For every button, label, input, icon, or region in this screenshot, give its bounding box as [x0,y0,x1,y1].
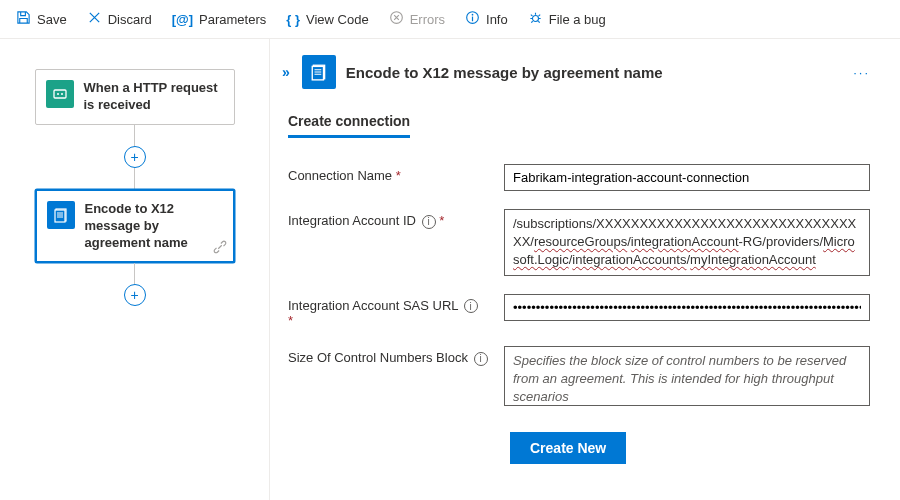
info-icon[interactable]: i [474,352,488,366]
create-connection-form: Connection Name * Integration Account ID… [288,164,870,464]
details-panel: » Encode to X12 message by agreement nam… [270,39,900,500]
svg-point-2 [472,14,474,16]
connection-name-input[interactable] [504,164,870,191]
svg-rect-8 [312,66,323,80]
info-label: Info [486,12,508,27]
parameters-button[interactable]: [@] Parameters [164,8,275,31]
connector [134,263,135,285]
save-icon [16,10,31,28]
toolbar: Save Discard [@] Parameters { } View Cod… [0,0,900,39]
svg-point-3 [532,15,538,21]
info-icon [465,10,480,28]
add-step-button[interactable]: + [124,284,146,306]
more-menu-button[interactable]: ··· [853,65,870,80]
errors-label: Errors [410,12,445,27]
braces-icon: { } [286,12,300,27]
view-code-label: View Code [306,12,369,27]
action-node-encode-x12[interactable]: Encode to X12 message by agreement name [35,189,235,264]
info-button[interactable]: Info [457,6,516,32]
file-bug-button[interactable]: File a bug [520,6,614,32]
label-connection-name: Connection Name * [288,164,488,183]
account-id-input[interactable]: /subscriptions/XXXXXXXXXXXXXXXXXXXXXXXXX… [504,209,870,276]
save-label: Save [37,12,67,27]
view-code-button[interactable]: { } View Code [278,8,376,31]
section-title: Create connection [288,113,410,138]
save-button[interactable]: Save [8,6,75,32]
row-block-size: Size Of Control Numbers Block i [288,346,870,406]
close-icon [87,10,102,28]
create-new-button[interactable]: Create New [510,432,626,464]
row-sas-url: Integration Account SAS URL i* [288,294,870,329]
errors-button: Errors [381,6,453,32]
error-icon [389,10,404,28]
bug-icon [528,10,543,28]
panel-header: » Encode to X12 message by agreement nam… [282,55,870,89]
info-icon[interactable]: i [422,215,436,229]
label-block-size: Size Of Control Numbers Block i [288,346,488,366]
x12-icon [47,201,75,229]
designer-canvas: When a HTTP request is received + Encode… [0,39,270,500]
trigger-node-title: When a HTTP request is received [84,80,224,114]
panel-title: Encode to X12 message by agreement name [346,64,843,81]
discard-button[interactable]: Discard [79,6,160,32]
content: When a HTTP request is received + Encode… [0,39,900,500]
parameters-icon: [@] [172,12,193,27]
add-step-button[interactable]: + [124,146,146,168]
block-size-input[interactable] [504,346,870,406]
action-node-title: Encode to X12 message by agreement name [85,201,223,252]
link-icon [213,240,227,257]
connector [134,125,135,147]
trigger-node-http-request[interactable]: When a HTTP request is received [35,69,235,125]
label-sas-url: Integration Account SAS URL i* [288,294,488,329]
svg-rect-6 [55,210,65,222]
label-account-id: Integration Account ID i * [288,209,488,229]
info-icon[interactable]: i [464,299,478,313]
parameters-label: Parameters [199,12,266,27]
row-connection-name: Connection Name * [288,164,870,191]
file-bug-label: File a bug [549,12,606,27]
discard-label: Discard [108,12,152,27]
row-account-id: Integration Account ID i * /subscription… [288,209,870,276]
collapse-button[interactable]: » [282,64,288,80]
panel-icon [302,55,336,89]
svg-rect-4 [54,90,66,98]
http-icon [46,80,74,108]
sas-url-input[interactable] [504,294,870,321]
connector [134,167,135,189]
